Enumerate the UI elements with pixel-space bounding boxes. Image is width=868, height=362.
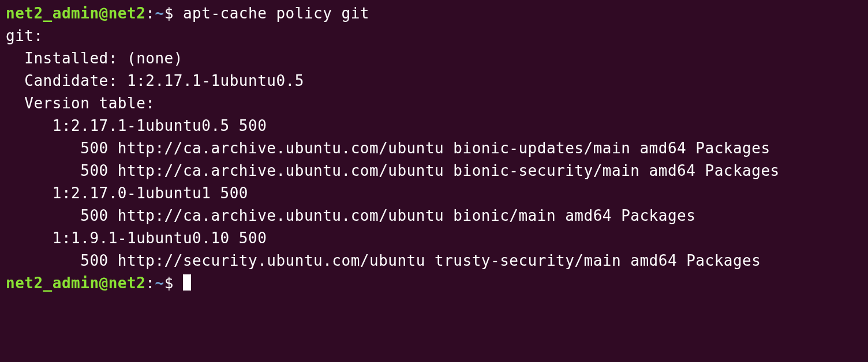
prompt-dollar: $ [164,274,183,292]
output-line: 500 http://security.ubuntu.com/ubuntu tr… [6,252,761,269]
prompt-path: ~ [155,274,164,292]
prompt-colon: : [145,5,155,22]
output-line: Version table: [6,95,155,112]
terminal-window[interactable]: net2_admin@net2:~$ apt-cache policy git … [6,2,862,295]
prompt-colon: : [145,274,155,292]
output-line: 500 http://ca.archive.ubuntu.com/ubuntu … [6,139,770,157]
prompt-path: ~ [155,5,164,22]
output-line: git: [6,27,43,44]
prompt-line-2: net2_admin@net2:~$ [6,274,183,292]
command-text: apt-cache policy git [183,5,369,22]
output-line: Candidate: 1:2.17.1-1ubuntu0.5 [6,72,304,89]
output-line: 500 http://ca.archive.ubuntu.com/ubuntu … [6,207,695,224]
prompt-userhost: net2_admin@net2 [6,5,145,22]
cursor-block [183,274,191,291]
prompt-userhost: net2_admin@net2 [6,274,145,292]
prompt-dollar: $ [164,5,183,22]
output-line: Installed: (none) [6,50,183,67]
prompt-line-1: net2_admin@net2:~$ apt-cache policy git [6,5,369,22]
output-line: 1:2.17.1-1ubuntu0.5 500 [6,117,267,134]
output-line: 1:1.9.1-1ubuntu0.10 500 [6,229,267,247]
output-line: 1:2.17.0-1ubuntu1 500 [6,184,248,202]
output-line: 500 http://ca.archive.ubuntu.com/ubuntu … [6,162,780,179]
